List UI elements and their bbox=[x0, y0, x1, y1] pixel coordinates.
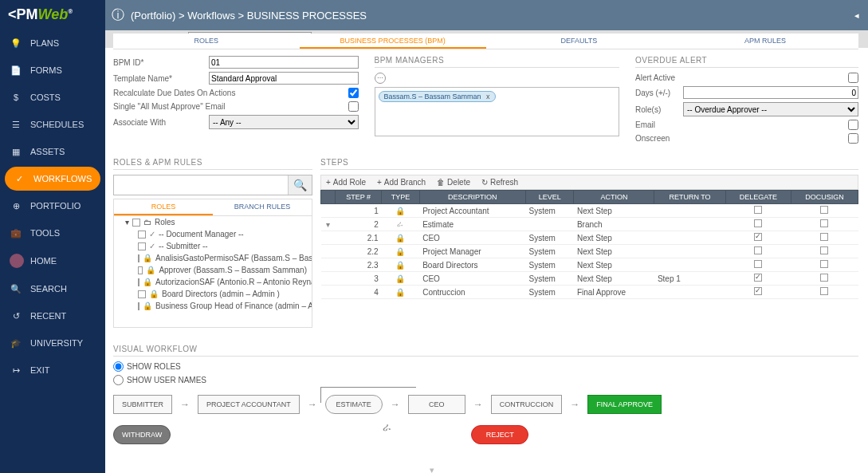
docusign-checkbox[interactable] bbox=[820, 246, 828, 254]
tree-item[interactable]: 🔒Approver (Bassam.S – Bassam Samman) bbox=[114, 264, 312, 276]
add-role-button[interactable]: + Add Role bbox=[326, 178, 366, 187]
tree-checkbox[interactable] bbox=[138, 231, 146, 238]
cell-level: System bbox=[526, 231, 574, 245]
delegate-checkbox[interactable] bbox=[754, 260, 762, 268]
sidebar-item-recent[interactable]: ↺RECENT bbox=[0, 302, 105, 329]
flow-reject[interactable]: REJECT bbox=[471, 425, 528, 444]
tab-business-processes-bpm-[interactable]: BUSINESS PROCESSES (BPM) bbox=[300, 34, 486, 49]
sidebar-item-costs[interactable]: $COSTS bbox=[0, 84, 105, 111]
breadcrumb-current: BUSINESS PROCESSES bbox=[247, 10, 367, 22]
roles-search-button[interactable]: 🔍 bbox=[288, 175, 312, 195]
col-action: ACTION bbox=[574, 191, 654, 204]
delegate-checkbox[interactable] bbox=[754, 246, 762, 254]
sidebar-item-label: EXIT bbox=[30, 365, 49, 375]
email-checkbox[interactable] bbox=[848, 120, 858, 130]
table-row[interactable]: 2.1🔒CEOSystemNext Step bbox=[321, 231, 858, 245]
table-row[interactable]: 1🔒Project AccountantSystemNext Step bbox=[321, 204, 858, 218]
roles-tabs: ROLESBRANCH RULES bbox=[113, 199, 312, 216]
info-icon[interactable]: ⓘ bbox=[112, 7, 124, 24]
flow-withdraw[interactable]: WITHDRAW bbox=[113, 425, 171, 444]
root-checkbox[interactable] bbox=[132, 219, 140, 227]
tab-apm-rules[interactable]: APM RULES bbox=[672, 34, 858, 49]
tree-item[interactable]: ✓-- Document Manager -- bbox=[114, 228, 312, 240]
tree-item[interactable]: 🔒Business Group Head of Finance (admin –… bbox=[114, 300, 312, 312]
sidebar-item-tools[interactable]: 💼TOOLS bbox=[0, 219, 105, 246]
table-row[interactable]: 2.3🔒Board DirectorsSystemNext Step bbox=[321, 258, 858, 272]
show-users-radio[interactable] bbox=[113, 375, 124, 385]
breadcrumb-portfolio[interactable]: (Portfolio) bbox=[131, 10, 175, 22]
tree-checkbox[interactable] bbox=[138, 302, 139, 310]
tree-item[interactable]: 🔒Board Directors (admin – Admin ) bbox=[114, 288, 312, 300]
tree-checkbox[interactable] bbox=[138, 278, 139, 286]
cell-description: Board Directors bbox=[419, 258, 525, 272]
cell-step: 2.3 bbox=[336, 258, 382, 272]
sidebar-item-workflows[interactable]: ✓WORKFLOWS bbox=[5, 167, 100, 191]
tree-item[interactable]: ✓-- Submitter -- bbox=[114, 240, 312, 252]
bpm-id-input[interactable] bbox=[209, 56, 359, 69]
sidebar-item-home[interactable]: HOME bbox=[0, 246, 105, 275]
docusign-checkbox[interactable] bbox=[820, 274, 828, 282]
roles-tab-branch-rules[interactable]: BRANCH RULES bbox=[213, 199, 312, 215]
sidebar-item-search[interactable]: 🔍SEARCH bbox=[0, 275, 105, 302]
sidebar-item-university[interactable]: 🎓UNIVERSITY bbox=[0, 329, 105, 357]
recalc-checkbox[interactable] bbox=[348, 88, 359, 98]
refresh-button[interactable]: ↻ Refresh bbox=[481, 178, 518, 187]
bpm-managers-panel: BPM MANAGERS ⋯ Bassam.S – Bassam Samman … bbox=[375, 56, 620, 147]
add-branch-button[interactable]: + Add Branch bbox=[377, 178, 426, 187]
roles-search-input[interactable] bbox=[114, 175, 288, 195]
onscreen-checkbox[interactable] bbox=[848, 133, 858, 144]
single-email-checkbox[interactable] bbox=[348, 101, 359, 112]
docusign-checkbox[interactable] bbox=[820, 219, 828, 227]
delegate-checkbox[interactable] bbox=[754, 274, 762, 282]
tree-checkbox[interactable] bbox=[138, 290, 146, 298]
days-input[interactable] bbox=[683, 86, 858, 99]
delegate-checkbox[interactable] bbox=[754, 287, 762, 295]
docusign-checkbox[interactable] bbox=[820, 233, 828, 241]
table-row[interactable]: ▾2ራEstimateBranch bbox=[321, 218, 858, 231]
tab-roles[interactable]: ROLES bbox=[113, 34, 300, 49]
collapse-icon[interactable]: ▾ bbox=[125, 218, 129, 227]
table-row[interactable]: 3🔒CEOSystemNext StepStep 1 bbox=[321, 272, 858, 286]
chip-remove-icon[interactable]: x bbox=[486, 93, 490, 101]
exit-icon: ↦ bbox=[10, 364, 22, 376]
tree-item[interactable]: 🔒AnalisisGastoPermisoSAF (Bassam.S – Bas… bbox=[114, 252, 312, 264]
costs-icon: $ bbox=[10, 91, 22, 104]
sidebar-item-plans[interactable]: 💡PLANS bbox=[0, 30, 105, 57]
table-row[interactable]: 4🔒ContruccionSystemFinal Approve bbox=[321, 286, 858, 299]
tree-item[interactable]: 🔒AutorizacionSAF (Antonio.R – Antonio Re… bbox=[114, 276, 312, 288]
tree-root[interactable]: ▾ 🗀 Roles bbox=[114, 216, 312, 228]
steps-heading: STEPS bbox=[320, 158, 858, 170]
delete-button[interactable]: 🗑 Delete bbox=[437, 178, 470, 187]
tree-checkbox[interactable] bbox=[138, 242, 146, 250]
roles-select[interactable]: -- Overdue Approver -- bbox=[683, 102, 858, 116]
docusign-checkbox[interactable] bbox=[820, 260, 828, 268]
docusign-checkbox[interactable] bbox=[820, 206, 828, 214]
tree-checkbox[interactable] bbox=[138, 266, 143, 274]
roles-tab-roles[interactable]: ROLES bbox=[114, 199, 213, 215]
sidebar-item-forms[interactable]: 📄FORMS bbox=[0, 57, 105, 84]
collapse-panel-icon[interactable]: ◂ bbox=[849, 0, 865, 30]
docusign-checkbox[interactable] bbox=[820, 287, 828, 295]
sidebar-item-assets[interactable]: ▦ASSETS bbox=[0, 138, 105, 165]
alert-active-checkbox[interactable] bbox=[848, 73, 858, 83]
cell-level: System bbox=[526, 204, 574, 218]
table-row[interactable]: 2.2🔒Project ManagerSystemNext Step bbox=[321, 245, 858, 258]
delegate-checkbox[interactable] bbox=[754, 206, 762, 214]
sidebar-item-schedules[interactable]: ☰SCHEDULES bbox=[0, 111, 105, 138]
expand-icon[interactable]: ▾ bbox=[326, 220, 330, 229]
alert-active-label: Alert Active bbox=[635, 73, 848, 82]
sidebar-item-exit[interactable]: ↦EXIT bbox=[0, 357, 105, 384]
associate-with-select[interactable]: -- Any -- bbox=[209, 115, 359, 129]
delegate-checkbox[interactable] bbox=[754, 219, 762, 227]
breadcrumb-workflows[interactable]: Workflows bbox=[187, 10, 235, 22]
sidebar-item-portfolio[interactable]: ⊕PORTFOLIO bbox=[0, 192, 105, 219]
chip-label: Bassam.S – Bassam Samman bbox=[384, 93, 481, 101]
cell-level: System bbox=[526, 245, 574, 258]
tree-checkbox[interactable] bbox=[138, 254, 139, 262]
scroll-handle-icon[interactable]: ▾ bbox=[430, 465, 439, 473]
bpm-managers-ellipsis-button[interactable]: ⋯ bbox=[375, 73, 386, 84]
delegate-checkbox[interactable] bbox=[754, 233, 762, 241]
template-name-input[interactable] bbox=[209, 72, 359, 85]
tab-defaults[interactable]: DEFAULTS bbox=[486, 34, 673, 49]
show-roles-radio[interactable] bbox=[113, 361, 124, 372]
